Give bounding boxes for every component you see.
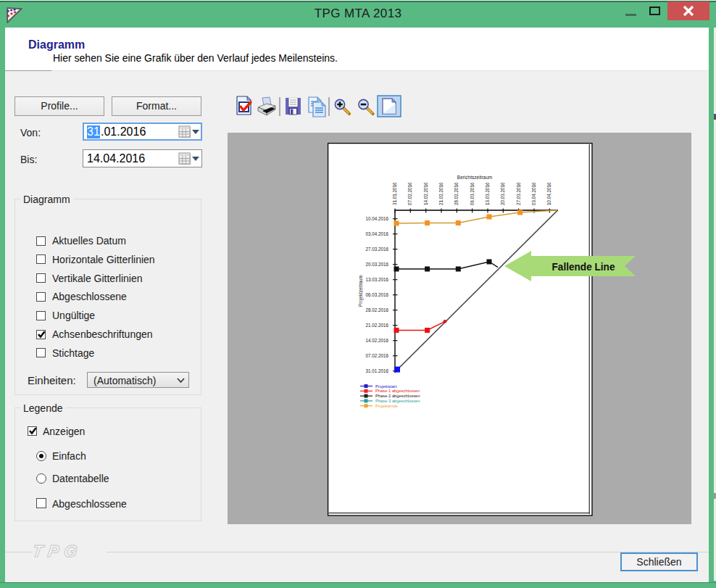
svg-text:Projektstart: Projektstart	[375, 384, 397, 389]
svg-text:27.03.2016: 27.03.2016	[365, 247, 388, 252]
svg-text:13.03.2016: 13.03.2016	[485, 182, 490, 205]
svg-text:Phase 1 abgeschlossen: Phase 1 abgeschlossen	[375, 389, 420, 393]
svg-text:10.04.2016: 10.04.2016	[546, 182, 551, 205]
svg-text:Phase 2 abgeschlossen: Phase 2 abgeschlossen	[375, 394, 420, 398]
svg-text:Projektzeitraum: Projektzeitraum	[358, 275, 364, 307]
svg-text:27.03.2016: 27.03.2016	[516, 182, 521, 205]
svg-text:03.04.2016: 03.04.2016	[531, 182, 536, 205]
svg-text:20.03.2016: 20.03.2016	[365, 262, 388, 267]
svg-text:21.02.2016: 21.02.2016	[438, 182, 444, 205]
svg-text:Projektende: Projektende	[375, 404, 398, 408]
svg-text:14.02.2016: 14.02.2016	[365, 338, 388, 343]
svg-text:Berichtszeitraum: Berichtszeitraum	[457, 175, 492, 180]
svg-text:13.03.2016: 13.03.2016	[365, 277, 388, 282]
svg-text:14.02.2016: 14.02.2016	[423, 182, 428, 205]
svg-text:10.04.2016: 10.04.2016	[365, 216, 388, 221]
svg-text:06.03.2016: 06.03.2016	[470, 182, 475, 205]
svg-text:28.02.2016: 28.02.2016	[454, 182, 459, 205]
svg-text:07.02.2016: 07.02.2016	[365, 353, 388, 358]
svg-text:03.04.2016: 03.04.2016	[365, 231, 388, 236]
svg-text:Fallende Line: Fallende Line	[552, 261, 615, 273]
svg-text:Phase 3 abgeschlossen: Phase 3 abgeschlossen	[375, 399, 420, 403]
svg-text:20.03.2016: 20.03.2016	[500, 182, 505, 205]
svg-text:21.02.2016: 21.02.2016	[365, 323, 388, 328]
svg-text:31.01.2016: 31.01.2016	[392, 182, 397, 205]
svg-text:07.02.2016: 07.02.2016	[407, 182, 412, 205]
svg-text:31.01.2016: 31.01.2016	[365, 368, 388, 373]
svg-text:06.03.2016: 06.03.2016	[365, 292, 388, 297]
svg-text:28.02.2016: 28.02.2016	[365, 307, 388, 312]
